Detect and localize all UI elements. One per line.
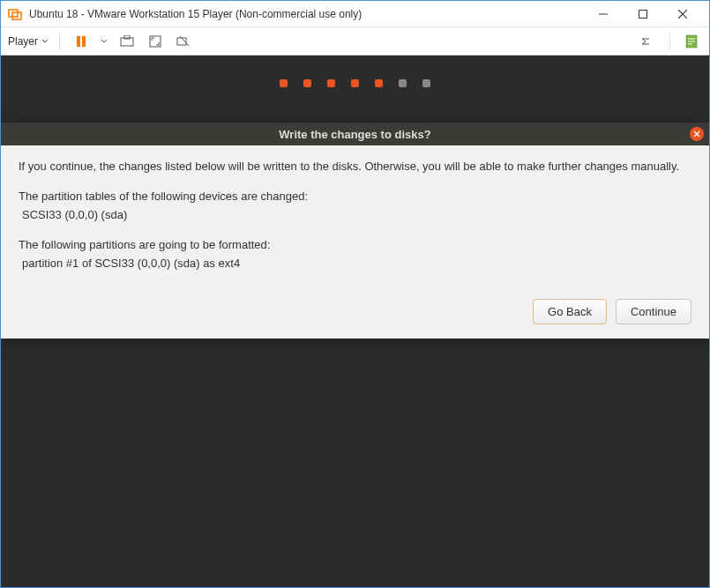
send-ctrl-alt-del-button[interactable] bbox=[116, 31, 138, 52]
progress-dot bbox=[327, 79, 335, 87]
progress-dot bbox=[422, 79, 430, 87]
player-menu[interactable]: Player bbox=[8, 35, 49, 48]
svg-rect-7 bbox=[82, 36, 86, 47]
dialog-format-heading: The following partitions are going to be… bbox=[19, 236, 691, 254]
window-titlebar: Ubuntu 18 - VMware Workstation 15 Player… bbox=[1, 1, 709, 27]
window-title: Ubuntu 18 - VMware Workstation 15 Player… bbox=[29, 8, 583, 20]
progress-dot bbox=[280, 79, 288, 87]
dialog-close-button[interactable] bbox=[690, 127, 704, 141]
dialog-format-item: partition #1 of SCSI33 (0,0,0) (sda) as … bbox=[22, 255, 691, 272]
dialog-titlebar: Write the changes to disks? bbox=[1, 123, 709, 145]
toolbar-separator bbox=[59, 33, 60, 50]
progress-dot bbox=[351, 79, 359, 87]
dialog-partition-tables-heading: The partition tables of the following de… bbox=[19, 188, 691, 205]
progress-dot bbox=[375, 79, 383, 87]
close-icon bbox=[693, 130, 700, 138]
confirm-dialog: Write the changes to disks? If you conti… bbox=[1, 123, 709, 339]
svg-rect-6 bbox=[77, 36, 80, 47]
close-button[interactable] bbox=[662, 2, 702, 26]
continue-button[interactable]: Continue bbox=[616, 299, 691, 324]
cycle-button[interactable] bbox=[638, 31, 659, 52]
svg-rect-0 bbox=[9, 10, 18, 17]
notes-button[interactable] bbox=[681, 31, 702, 52]
dialog-title-text: Write the changes to disks? bbox=[279, 128, 430, 141]
power-dropdown[interactable] bbox=[99, 31, 109, 52]
dialog-partition-tables-item: SCSI33 (0,0,0) (sda) bbox=[22, 206, 691, 224]
player-menu-label: Player bbox=[8, 35, 38, 48]
maximize-button[interactable] bbox=[623, 2, 662, 26]
go-back-button[interactable]: Go Back bbox=[533, 299, 607, 324]
chevron-down-icon bbox=[41, 38, 49, 45]
minimize-button[interactable] bbox=[583, 2, 623, 26]
vmware-toolbar: Player bbox=[1, 27, 709, 56]
vm-display[interactable]: Sat 13:24 Install Installation type This… bbox=[1, 56, 709, 587]
dialog-intro: If you continue, the changes listed belo… bbox=[19, 158, 691, 175]
svg-rect-3 bbox=[639, 10, 646, 18]
progress-dots bbox=[1, 56, 709, 123]
svg-rect-1 bbox=[12, 12, 21, 19]
vmware-icon bbox=[8, 7, 22, 21]
fullscreen-button[interactable] bbox=[145, 31, 166, 52]
svg-rect-10 bbox=[150, 36, 161, 47]
unity-button[interactable] bbox=[173, 31, 194, 52]
chevron-down-icon bbox=[101, 38, 108, 45]
progress-dot bbox=[303, 79, 311, 87]
pause-button[interactable] bbox=[71, 31, 92, 52]
progress-dot-current bbox=[399, 79, 407, 87]
toolbar-separator bbox=[669, 33, 670, 50]
